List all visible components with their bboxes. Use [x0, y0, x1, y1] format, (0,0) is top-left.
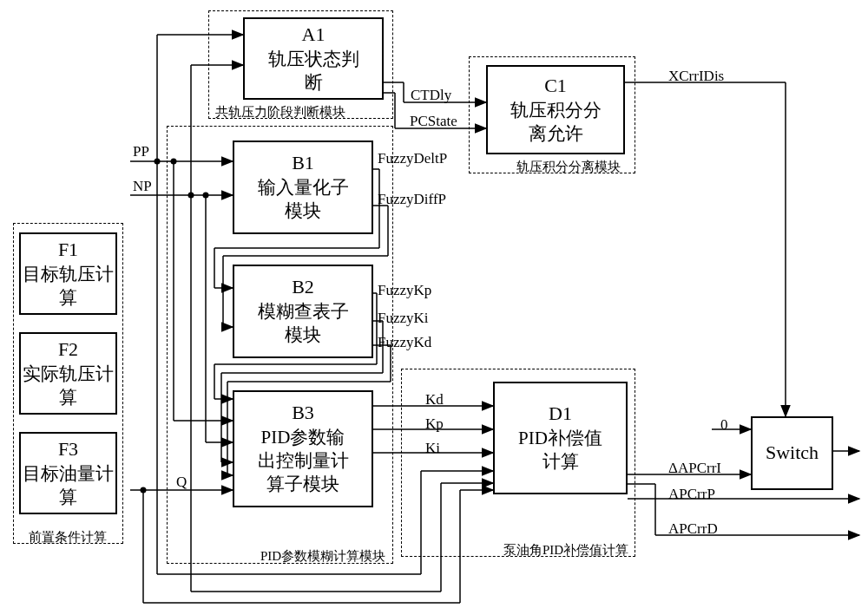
label-kd: Kd: [425, 391, 444, 409]
block-b1-id: B1: [292, 151, 314, 176]
block-b2: B2 模糊查表子模块: [233, 265, 373, 358]
block-a1: A1 轨压状态判断: [243, 17, 384, 100]
block-f3: F3 目标油量计算: [19, 432, 117, 514]
block-a1-text: 轨压状态判断: [268, 48, 359, 95]
group-precondition-label: 前置条件计算: [29, 529, 107, 546]
block-f1: F1 目标轨压计算: [19, 232, 117, 315]
group-a-label: 共轨压力阶段判断模块: [215, 104, 345, 121]
label-fuzzykp: FuzzyKp: [378, 282, 431, 299]
block-b3-id: B3: [292, 401, 314, 426]
svg-point-3: [155, 159, 161, 165]
block-c1-id: C1: [544, 74, 567, 99]
svg-point-23: [141, 487, 147, 494]
block-b1-text: 输入量化子模块: [258, 176, 349, 224]
block-f2: F2 实际轨压计算: [19, 332, 117, 415]
block-f3-text: 目标油量计算: [23, 462, 114, 510]
label-kp: Kp: [425, 415, 444, 433]
block-a1-id: A1: [302, 23, 326, 48]
label-fuzzydiffp: FuzzyDiffP: [378, 191, 446, 208]
block-f3-id: F3: [58, 437, 78, 462]
label-fuzzykd: FuzzyKd: [378, 334, 431, 351]
label-fuzzyki: FuzzyKi: [378, 310, 429, 327]
group-b-label: PID参数模糊计算模块: [260, 548, 385, 565]
label-fuzzydeltp: FuzzyDeltP: [378, 150, 447, 167]
label-ctdly: CTDly: [411, 87, 451, 104]
label-dapcrri: ΔAPCrrI: [668, 460, 721, 477]
label-xcrridis: XCrrIDis: [668, 68, 724, 85]
group-d-label: 泵油角PID补偿值计算: [503, 542, 628, 559]
block-f2-text: 实际轨压计算: [23, 363, 114, 410]
block-b1: B1 输入量化子模块: [233, 141, 373, 234]
label-q: Q: [176, 474, 187, 491]
label-apcrrd: APCrrD: [668, 520, 718, 538]
label-pp: PP: [133, 143, 149, 160]
block-c1-text: 轨压积分分离允许: [510, 99, 602, 147]
block-b3: B3 PID参数输出控制量计算子模块: [233, 390, 373, 507]
label-ki: Ki: [425, 440, 440, 457]
block-switch: Switch: [751, 416, 833, 490]
block-b2-text: 模糊查表子模块: [258, 300, 349, 348]
block-f1-id: F1: [58, 238, 78, 263]
block-f2-id: F2: [58, 337, 78, 363]
label-pcstate: PCState: [410, 113, 457, 130]
block-d1-id: D1: [549, 402, 572, 427]
label-apcrrp: APCrrP: [668, 486, 715, 503]
label-zero: 0: [720, 416, 728, 434]
block-b3-text: PID参数输出控制量计算子模块: [258, 426, 349, 497]
label-np: NP: [133, 178, 152, 195]
block-c1: C1 轨压积分分离允许: [486, 65, 625, 154]
block-f1-text: 目标轨压计算: [23, 263, 114, 311]
block-b2-id: B2: [292, 275, 314, 300]
block-d1: D1 PID补偿值计算: [493, 382, 628, 494]
group-c-label: 轨压积分分离模块: [516, 159, 621, 175]
block-d1-text: PID补偿值计算: [518, 427, 602, 474]
block-switch-text: Switch: [766, 441, 819, 466]
